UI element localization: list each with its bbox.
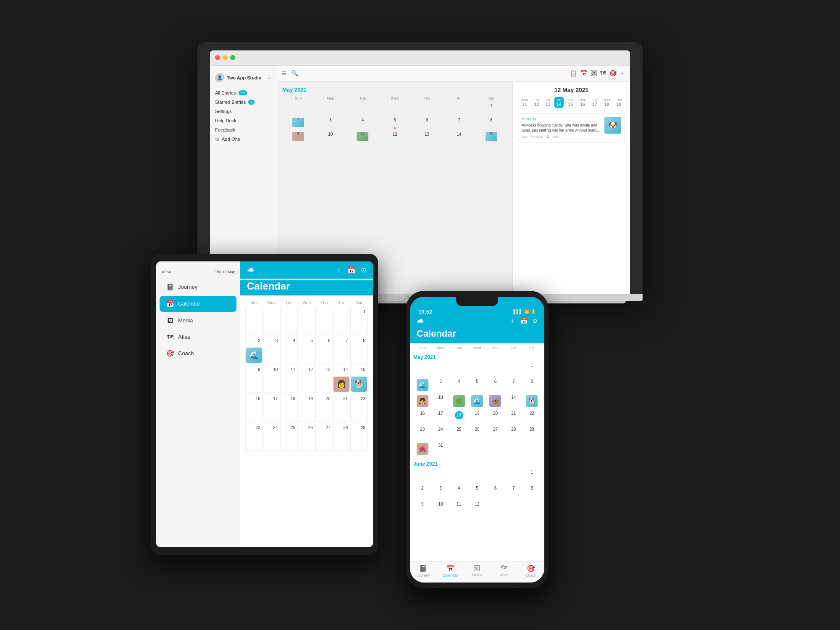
- mac-cell-12[interactable]: 12: [379, 131, 411, 144]
- ipad-cell-27[interactable]: 27: [315, 424, 333, 451]
- phone-june-10[interactable]: 10: [431, 501, 449, 516]
- phone-cell-6[interactable]: 6: [486, 378, 504, 393]
- mac-cell-11[interactable]: 11: [346, 131, 379, 144]
- ipad-cell-19[interactable]: 19: [298, 395, 315, 422]
- close-button[interactable]: [215, 55, 220, 60]
- phone-june-11[interactable]: 11: [450, 501, 468, 516]
- phone-cell-18[interactable]: 18: [450, 410, 468, 425]
- phone-tab-atlas[interactable]: 🗺 Atlas: [491, 564, 517, 577]
- phone-june-6[interactable]: 6: [486, 485, 504, 500]
- ipad-cell-11[interactable]: 11: [280, 366, 298, 393]
- phone-cell-16[interactable]: 16: [413, 410, 431, 425]
- mac-cell-8[interactable]: 8: [475, 116, 507, 130]
- ipad-cell-5[interactable]: 5: [298, 337, 315, 364]
- mac-nav-all-entries[interactable]: All Entries 28: [210, 88, 277, 98]
- ipad-cell-17[interactable]: 17: [263, 395, 281, 422]
- ipad-cell-6[interactable]: 6: [315, 337, 333, 364]
- phone-cell-24[interactable]: 24: [431, 426, 449, 441]
- ipad-cell-26[interactable]: 26: [298, 424, 315, 451]
- phone-june-5[interactable]: 5: [468, 485, 486, 500]
- mac-cell-3[interactable]: 3: [315, 116, 347, 130]
- mac-cell-5[interactable]: 5: [379, 116, 411, 130]
- mac-week-17[interactable]: Tue17: [590, 97, 600, 108]
- ipad-cell-4[interactable]: 4: [280, 337, 298, 364]
- mac-cell-15[interactable]: 15: [475, 131, 507, 144]
- phone-june-1[interactable]: 1: [523, 469, 541, 484]
- mac-week-18[interactable]: Wed18: [601, 97, 612, 108]
- mac-nav-starred[interactable]: Starred Entries 2: [210, 98, 277, 107]
- add-icon[interactable]: ＋: [620, 69, 626, 77]
- mac-nav-helpdesk[interactable]: Help Desk: [210, 116, 277, 125]
- phone-cell-5[interactable]: 5: [468, 378, 486, 393]
- phone-cell-10[interactable]: 10: [431, 394, 449, 409]
- minimize-button[interactable]: [223, 55, 228, 60]
- ipad-cell-15[interactable]: 15 🐕: [350, 366, 368, 393]
- phone-june-2[interactable]: 2: [413, 485, 431, 500]
- phone-cell-28[interactable]: 28: [504, 426, 522, 441]
- phone-tab-media[interactable]: 🖼 Media: [464, 564, 491, 577]
- phone-cell-27[interactable]: 27: [486, 426, 504, 441]
- ipad-nav-atlas[interactable]: 🗺 Atlas: [160, 329, 236, 345]
- ipad-cell-12[interactable]: 12: [298, 366, 315, 393]
- mac-cell-9[interactable]: 9: [282, 131, 315, 144]
- map-icon[interactable]: 🗺: [600, 70, 606, 76]
- ipad-cell-14[interactable]: 14 👩: [333, 366, 351, 393]
- phone-cell-15[interactable]: 🐕: [523, 394, 541, 409]
- phone-june-7[interactable]: 7: [504, 485, 522, 500]
- calendar-icon[interactable]: 📅: [580, 70, 588, 76]
- mac-week-16[interactable]: Mon16: [577, 97, 588, 108]
- ipad-cell-20[interactable]: 20: [315, 395, 333, 422]
- mac-cell-13[interactable]: 13: [411, 131, 443, 144]
- phone-cell-9[interactable]: 👧: [413, 394, 431, 409]
- phone-add-button[interactable]: ＋: [509, 317, 515, 325]
- phone-cell-11[interactable]: 🌿: [450, 394, 468, 409]
- search-icon[interactable]: 🔍: [291, 70, 298, 76]
- phone-cell-22[interactable]: 22: [523, 410, 541, 425]
- phone-june-12[interactable]: 12: [468, 501, 486, 516]
- mac-entry-card[interactable]: 6:10 PM Princess hugging Candy. She was …: [518, 113, 625, 142]
- ipad-cell-29[interactable]: 29: [350, 424, 368, 451]
- phone-settings-button[interactable]: ⊙: [533, 317, 538, 325]
- mac-cell-1[interactable]: 1: [475, 102, 507, 116]
- photo-icon[interactable]: 🖼: [591, 70, 597, 76]
- ipad-cell-23[interactable]: 23: [245, 424, 263, 451]
- mac-cell-14[interactable]: 14: [443, 131, 475, 144]
- mac-nav-addons[interactable]: ⚙ Add-Ons: [210, 134, 277, 144]
- journal-icon[interactable]: 📋: [570, 70, 577, 76]
- mac-week-13[interactable]: Fri13: [543, 97, 553, 108]
- mac-week-14-active[interactable]: Sat14: [554, 97, 564, 108]
- phone-cell-1[interactable]: 1: [523, 362, 541, 377]
- mac-week-11[interactable]: Wed11: [519, 97, 530, 108]
- ipad-cell-1[interactable]: 1: [350, 308, 368, 335]
- mac-cell-2[interactable]: 2: [282, 116, 315, 130]
- ipad-cell-18[interactable]: 18: [280, 395, 298, 422]
- phone-cell-21[interactable]: 21: [504, 410, 522, 425]
- ipad-add-button[interactable]: ＋: [336, 266, 342, 274]
- ipad-cell-22[interactable]: 22: [350, 395, 368, 422]
- phone-cal-button[interactable]: 📅: [520, 317, 528, 325]
- phone-cell-13[interactable]: 🦋: [486, 394, 504, 409]
- phone-cell-7[interactable]: 7: [504, 378, 522, 393]
- ipad-cell-8[interactable]: 8: [350, 337, 368, 364]
- phone-cell-30[interactable]: 🌺: [413, 442, 431, 457]
- phone-june-8[interactable]: 8: [523, 485, 541, 500]
- phone-cell-26[interactable]: 26: [468, 426, 486, 441]
- phone-cell-8[interactable]: 8: [523, 378, 541, 393]
- ipad-cell-24[interactable]: 24: [263, 424, 281, 451]
- phone-june-4[interactable]: 4: [450, 485, 468, 500]
- ipad-cell-10[interactable]: 10: [263, 366, 281, 393]
- mac-cell-4[interactable]: 4: [346, 116, 379, 130]
- phone-cell-12[interactable]: 🌊: [468, 394, 486, 409]
- ipad-nav-coach[interactable]: 🎯 Coach: [160, 345, 236, 361]
- mac-week-19[interactable]: Thu19: [614, 97, 624, 108]
- ipad-nav-journey[interactable]: 📓 Journey: [160, 279, 236, 295]
- phone-tab-journey[interactable]: 📓 Journey: [410, 564, 437, 577]
- phone-cell-17[interactable]: 17: [431, 410, 449, 425]
- phone-cell-3[interactable]: 3: [431, 378, 449, 393]
- phone-cell-25[interactable]: 25: [450, 426, 468, 441]
- mac-nav-settings[interactable]: Settings: [210, 107, 277, 116]
- ipad-cell-28[interactable]: 28: [333, 424, 351, 451]
- ipad-cell-3[interactable]: 3: [263, 337, 281, 364]
- mac-week-15[interactable]: Sun15: [565, 97, 575, 108]
- phone-tab-calendar[interactable]: 📅 Calendar: [437, 564, 464, 577]
